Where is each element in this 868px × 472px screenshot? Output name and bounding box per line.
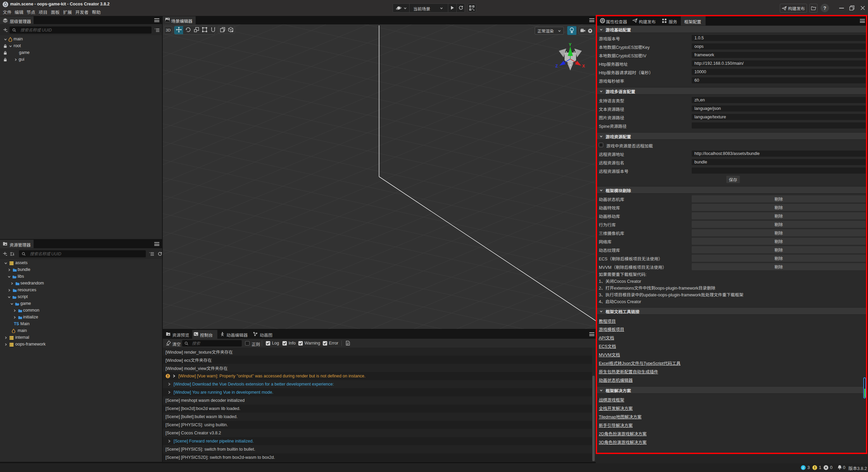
svg-text:i: i <box>803 466 804 470</box>
svg-text:Y: Y <box>569 43 572 47</box>
svg-text:Z: Z <box>555 64 558 68</box>
svg-text:X: X <box>582 64 585 68</box>
